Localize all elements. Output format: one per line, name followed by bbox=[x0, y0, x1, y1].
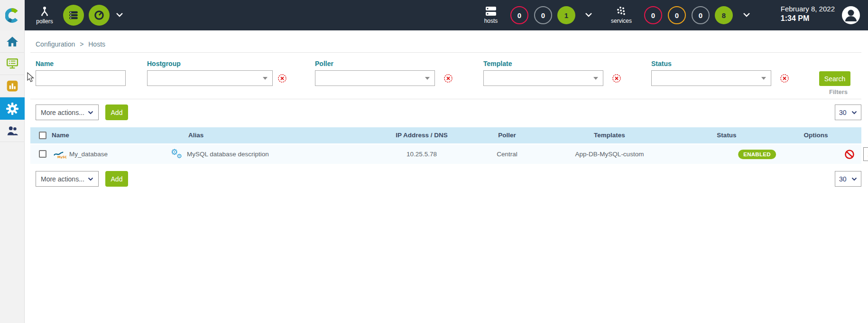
services-icon bbox=[616, 6, 627, 17]
users-icon bbox=[6, 125, 18, 136]
gauge-icon bbox=[93, 10, 105, 21]
latency-status-button[interactable] bbox=[89, 5, 110, 26]
pollers-menu[interactable]: pollers bbox=[34, 0, 55, 30]
page-size-select-bottom[interactable]: 30 bbox=[835, 171, 861, 187]
current-time: 1:34 PM bbox=[781, 14, 835, 23]
breadcrumb-divider bbox=[30, 52, 861, 53]
poller-filter-label: Poller bbox=[315, 60, 333, 67]
sidebar-item-configuration[interactable] bbox=[0, 97, 25, 120]
page-size-select-top[interactable]: 30 bbox=[835, 104, 861, 120]
filters-link[interactable]: Filters bbox=[829, 88, 848, 95]
centreon-logo[interactable] bbox=[0, 0, 25, 30]
add-button-top[interactable]: Add bbox=[105, 104, 128, 120]
services-warning-count: 0 bbox=[675, 11, 679, 19]
col-header-ip[interactable]: IP Address / DNS bbox=[396, 132, 448, 139]
hostgroup-select[interactable] bbox=[147, 70, 273, 86]
hosts-up-counter[interactable]: 1 bbox=[557, 6, 575, 24]
hosts-menu[interactable]: hosts bbox=[480, 0, 502, 30]
table-row[interactable]: MySQL My_database ⚙ ⚙ MySQL database des… bbox=[30, 144, 861, 164]
name-filter-label: Name bbox=[36, 60, 54, 67]
host-alias: MySQL database description bbox=[187, 151, 269, 158]
services-unknown-counter[interactable]: 0 bbox=[692, 6, 710, 24]
breadcrumb: Configuration > Hosts bbox=[36, 40, 108, 48]
more-actions-label: More actions... bbox=[41, 175, 84, 183]
chevron-down-icon bbox=[851, 177, 857, 181]
chevron-down-icon bbox=[88, 177, 93, 181]
select-all-checkbox[interactable] bbox=[39, 132, 46, 139]
services-critical-count: 0 bbox=[651, 11, 655, 19]
status-select[interactable] bbox=[651, 70, 771, 86]
host-name-link[interactable]: My_database bbox=[69, 151, 108, 158]
hosts-label: hosts bbox=[484, 18, 498, 24]
monitor-icon bbox=[6, 58, 18, 69]
status-badge[interactable]: ENABLED bbox=[738, 150, 776, 159]
poller-clear-icon[interactable] bbox=[443, 74, 453, 83]
centreon-app: pollers hosts bbox=[0, 0, 868, 323]
template-filter-label: Template bbox=[483, 60, 512, 67]
row-checkbox[interactable] bbox=[39, 150, 46, 158]
add-button-bottom[interactable]: Add bbox=[105, 171, 128, 187]
page-size-value: 30 bbox=[839, 175, 847, 183]
sidebar bbox=[0, 30, 25, 323]
host-templates: App-DB-MySQL-custom bbox=[575, 151, 644, 158]
hostgroup-filter-label: Hostgroup bbox=[147, 60, 181, 67]
hosts-unreachable-counter[interactable]: 0 bbox=[534, 6, 552, 24]
hostgroup-clear-icon[interactable] bbox=[277, 74, 287, 83]
col-header-alias[interactable]: Alias bbox=[188, 132, 203, 139]
user-avatar[interactable] bbox=[841, 6, 860, 25]
services-ok-counter[interactable]: 8 bbox=[715, 6, 733, 24]
template-clear-icon[interactable] bbox=[612, 74, 621, 83]
home-icon bbox=[6, 36, 18, 47]
dropdown-triangle-icon bbox=[593, 77, 598, 80]
col-header-templates[interactable]: Templates bbox=[594, 132, 625, 139]
sidebar-item-administration[interactable] bbox=[0, 120, 25, 142]
template-select[interactable] bbox=[483, 70, 603, 86]
services-label: services bbox=[611, 18, 632, 24]
top-bar: pollers hosts bbox=[0, 0, 868, 30]
server-stack-icon bbox=[68, 10, 79, 21]
bar-chart-icon bbox=[6, 80, 18, 92]
services-warning-counter[interactable]: 0 bbox=[668, 6, 686, 24]
more-actions-select-top[interactable]: More actions... bbox=[36, 104, 99, 120]
col-header-poller[interactable]: Poller bbox=[498, 132, 516, 139]
hosts-down-count: 0 bbox=[517, 11, 521, 19]
host-poller: Central bbox=[497, 151, 517, 158]
mysql-icon: MySQL bbox=[53, 151, 66, 159]
services-expand-chevron-icon[interactable] bbox=[743, 12, 750, 17]
hosts-unreachable-count: 0 bbox=[541, 11, 545, 19]
sidebar-item-reporting[interactable] bbox=[0, 75, 25, 97]
more-actions-label: More actions... bbox=[41, 109, 84, 116]
sidebar-item-home[interactable] bbox=[0, 30, 25, 53]
hosts-down-counter[interactable]: 0 bbox=[510, 6, 528, 24]
status-clear-icon[interactable] bbox=[780, 74, 789, 83]
dropdown-triangle-icon bbox=[761, 77, 766, 80]
pollers-expand-chevron-icon[interactable] bbox=[116, 12, 123, 17]
col-header-status[interactable]: Status bbox=[717, 132, 736, 139]
chevron-down-icon bbox=[88, 111, 93, 114]
col-header-options[interactable]: Options bbox=[804, 132, 828, 139]
svg-text:MySQL: MySQL bbox=[57, 155, 66, 159]
gears-icon: ⚙ ⚙ bbox=[171, 148, 185, 162]
name-filter-input[interactable] bbox=[36, 70, 126, 86]
services-critical-counter[interactable]: 0 bbox=[644, 6, 662, 24]
services-menu[interactable]: services bbox=[609, 0, 634, 30]
search-button[interactable]: Search bbox=[819, 71, 850, 86]
status-filter-label: Status bbox=[651, 60, 672, 67]
hosts-table-header: Name Alias IP Address / DNS Poller Templ… bbox=[30, 127, 861, 143]
poller-status-button[interactable] bbox=[63, 5, 84, 26]
duplicate-count-input[interactable] bbox=[863, 147, 868, 161]
breadcrumb-configuration[interactable]: Configuration bbox=[36, 40, 75, 48]
breadcrumb-separator: > bbox=[80, 40, 83, 48]
hosts-icon bbox=[485, 6, 497, 17]
current-date: February 8, 2022 bbox=[781, 5, 835, 13]
col-header-name[interactable]: Name bbox=[52, 132, 69, 139]
disable-host-icon[interactable] bbox=[844, 149, 855, 160]
mouse-cursor bbox=[27, 72, 35, 84]
poller-select[interactable] bbox=[315, 70, 435, 86]
centreon-logo-icon bbox=[5, 8, 19, 23]
dropdown-triangle-icon bbox=[425, 77, 430, 80]
more-actions-select-bottom[interactable]: More actions... bbox=[36, 171, 99, 187]
breadcrumb-hosts[interactable]: Hosts bbox=[88, 40, 105, 48]
sidebar-item-monitoring[interactable] bbox=[0, 53, 25, 75]
hosts-expand-chevron-icon[interactable] bbox=[585, 12, 592, 17]
